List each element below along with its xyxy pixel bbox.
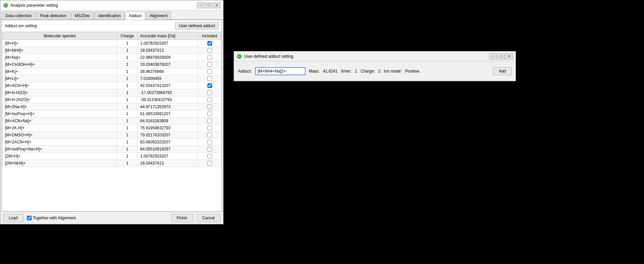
included-checkbox-0[interactable] <box>207 41 212 46</box>
table-row: [M+DMSO+H]+179.02176103207 <box>2 132 222 139</box>
cell-charge: 1 <box>117 125 137 132</box>
cell-molecular: [M+ACN+H]+ <box>2 82 117 89</box>
together-with-alignment-label[interactable]: Together with Alignment <box>27 216 76 220</box>
table-container[interactable]: Molecular species Charge Accurate mass [… <box>2 32 222 211</box>
table-row: [2M+NH4]+118.03437413 <box>2 160 222 167</box>
table-row: [M+H-2H2O]+1-35.01330432793 <box>2 96 222 103</box>
table-row: [M+ACN+H]+142.03437413207 <box>2 82 222 89</box>
second-title-buttons: ─ □ ✕ <box>489 53 513 59</box>
cell-charge: 1 <box>117 75 137 82</box>
included-checkbox-15[interactable] <box>207 147 212 151</box>
together-text: Together with Alignment <box>33 216 76 220</box>
second-title-bar-left: User-defined adduct setting <box>237 54 293 59</box>
cell-mass: 22.98976928009 <box>137 54 198 61</box>
close-button[interactable]: ✕ <box>213 2 220 8</box>
adduct-label: Adduct: <box>238 69 252 74</box>
cell-molecular: [2M+H]+ <box>2 153 117 160</box>
second-dialog-title: User-defined adduct setting <box>244 54 293 59</box>
included-checkbox-14[interactable] <box>207 140 212 144</box>
main-dialog-title: Analysis parameter setting <box>10 3 58 8</box>
cell-mass: 83.06092323207 <box>137 139 198 146</box>
charge-label: Charge: <box>361 69 375 74</box>
included-checkbox-2[interactable] <box>207 55 212 60</box>
included-checkbox-13[interactable] <box>207 133 212 137</box>
col-molecular: Molecular species <box>2 32 117 40</box>
cell-included <box>198 160 222 167</box>
user-defined-adduct-button[interactable]: User-defined adduct <box>175 22 219 30</box>
included-checkbox-5[interactable] <box>207 76 212 81</box>
main-dialog: Analysis parameter setting ─ □ ✕ Data co… <box>0 0 224 224</box>
cell-included <box>198 89 222 96</box>
cell-mass: 84.05510919297 <box>137 146 198 153</box>
cancel-button[interactable]: Cancel <box>197 214 220 222</box>
included-checkbox-17[interactable] <box>207 161 212 166</box>
cell-mass: 44.97171352973 <box>137 103 198 111</box>
cell-charge: 1 <box>117 103 137 111</box>
tab-ms2dec[interactable]: MS2Dec <box>71 12 94 19</box>
included-checkbox-3[interactable] <box>207 62 212 67</box>
cell-charge: 1 <box>117 160 137 167</box>
included-checkbox-1[interactable] <box>207 48 212 53</box>
finish-button[interactable]: Finish <box>171 214 193 222</box>
cell-included <box>198 68 222 75</box>
cell-mass: -35.01330432793 <box>137 96 198 103</box>
cell-charge: 1 <box>117 153 137 160</box>
main-title-bar: Analysis parameter setting ─ □ ✕ <box>0 0 223 10</box>
maximize-button[interactable]: □ <box>205 2 212 8</box>
second-dialog: User-defined adduct setting ─ □ ✕ Adduct… <box>234 51 516 81</box>
cell-included <box>198 75 222 82</box>
included-checkbox-8[interactable] <box>207 97 212 102</box>
second-dialog-content: Adduct: Mass: 41.0241 Xmer: 1 Charge: 2 … <box>234 61 516 81</box>
included-checkbox-12[interactable] <box>207 126 212 130</box>
cell-included <box>198 139 222 146</box>
included-checkbox-16[interactable] <box>207 154 212 159</box>
cell-charge: 1 <box>117 40 137 47</box>
cell-charge: 1 <box>117 146 137 153</box>
included-checkbox-9[interactable] <box>207 104 212 109</box>
load-button[interactable]: Load <box>3 214 24 222</box>
cell-included <box>198 118 222 125</box>
cell-charge: 1 <box>117 68 137 75</box>
included-checkbox-7[interactable] <box>207 90 212 95</box>
included-checkbox-6[interactable] <box>207 83 212 88</box>
second-close-button[interactable]: ✕ <box>506 53 513 59</box>
included-checkbox-10[interactable] <box>207 112 212 116</box>
table-row: [M+IsoProp+Na+H]+184.05510919297 <box>2 146 222 153</box>
second-maximize-button[interactable]: □ <box>497 53 505 59</box>
add-button[interactable]: Add <box>493 67 512 75</box>
tab-alignment[interactable]: Alignment <box>146 12 171 19</box>
title-bar-left: Analysis parameter setting <box>3 3 58 8</box>
cell-mass: 7.01600455 <box>137 75 198 82</box>
minimize-button[interactable]: ─ <box>197 2 204 8</box>
section-header: Adduct ion setting User-defined adduct <box>2 20 222 32</box>
cell-mass: 64.0163183809 <box>137 118 198 125</box>
cell-molecular: [M+Na]+ <box>2 54 117 61</box>
table-header-row: Molecular species Charge Accurate mass [… <box>2 32 222 40</box>
content-area: Adduct ion setting User-defined adduct M… <box>2 20 222 212</box>
cell-included <box>198 40 222 47</box>
cell-molecular: [M+IsoProp+Na+H]+ <box>2 146 117 153</box>
tab-data-collection[interactable]: Data collection <box>2 12 36 19</box>
table-row: [M+IsoProp+H]+161.06533991207 <box>2 111 222 118</box>
second-minimize-button[interactable]: ─ <box>489 53 497 59</box>
cell-included <box>198 61 222 68</box>
cell-included <box>198 82 222 89</box>
cell-mass: 1.00782503207 <box>137 40 198 47</box>
cell-molecular: [M+2Na-H]+ <box>2 103 117 111</box>
cell-charge: 1 <box>117 82 137 89</box>
cell-charge: 1 <box>117 132 137 139</box>
tab-adduct[interactable]: Adduct <box>125 12 145 20</box>
tab-identification[interactable]: Identification <box>94 12 124 19</box>
cell-molecular: [M+CH3OH+H]+ <box>2 61 117 68</box>
cell-mass: 76.91958832793 <box>137 125 198 132</box>
table-row: [M+2K-H]+176.91958832793 <box>2 125 222 132</box>
adduct-input[interactable] <box>255 67 306 75</box>
included-checkbox-4[interactable] <box>207 69 212 74</box>
tab-peak-detection[interactable]: Peak detection <box>36 12 70 19</box>
xmer-label: Xmer: <box>341 69 352 74</box>
cell-mass: 79.02176103207 <box>137 132 198 139</box>
cell-mass: 38.96370668 <box>137 68 198 75</box>
cell-molecular: [2M+NH4]+ <box>2 160 117 167</box>
together-checkbox[interactable] <box>27 216 32 220</box>
included-checkbox-11[interactable] <box>207 119 212 123</box>
